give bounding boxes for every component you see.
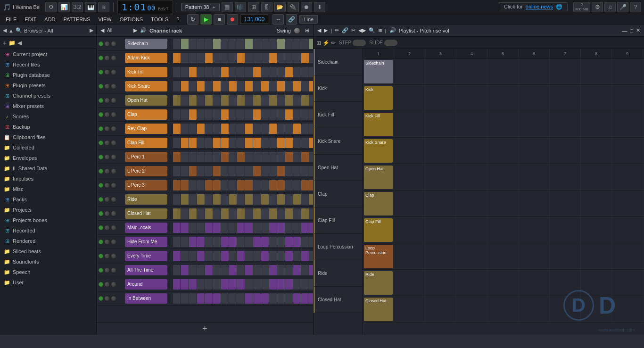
pad-8-1[interactable]	[181, 152, 189, 162]
pad-11-3[interactable]	[197, 194, 205, 205]
pad-5-11[interactable]	[261, 109, 269, 120]
pl-cell-6-3[interactable]	[456, 217, 487, 243]
menu-help[interactable]: ?	[173, 16, 183, 23]
pl-cell-0-7[interactable]	[581, 58, 612, 84]
pad-9-9[interactable]	[245, 166, 253, 176]
pad-18-3[interactable]	[197, 293, 205, 304]
pad-8-0[interactable]	[173, 152, 181, 162]
pl-cell-7-7[interactable]	[581, 243, 612, 269]
playlist-tool3[interactable]: ✂	[351, 27, 355, 33]
channel-vol-knob-11[interactable]	[104, 197, 110, 202]
playlist-tool1[interactable]: ✏	[335, 27, 339, 33]
channel-vol-knob-8[interactable]	[104, 154, 110, 160]
channel-vol-knob-17[interactable]	[104, 282, 110, 287]
pad-10-12[interactable]	[269, 180, 277, 191]
pad-6-17[interactable]	[309, 124, 313, 134]
channel-name-btn-4[interactable]: Open Hat	[125, 95, 167, 106]
pad-3-14[interactable]	[285, 81, 293, 91]
channel-active-5[interactable]	[99, 112, 103, 117]
pl-cell-4-6[interactable]	[550, 164, 581, 190]
pl-block-7[interactable]: Loop Percussion	[364, 245, 393, 268]
pad-14-9[interactable]	[245, 237, 253, 247]
pad-2-1[interactable]	[181, 67, 189, 77]
pad-13-6[interactable]	[221, 223, 229, 233]
channel-pan-knob-11[interactable]	[111, 197, 116, 202]
pad-4-14[interactable]	[285, 95, 293, 106]
pad-17-13[interactable]	[277, 279, 285, 290]
pl-cell-0-5[interactable]	[519, 58, 550, 84]
pad-4-13[interactable]	[277, 95, 285, 106]
pad-17-8[interactable]	[237, 279, 245, 290]
pad-12-2[interactable]	[189, 208, 197, 219]
channel-active-17[interactable]	[99, 282, 103, 287]
swing-knob[interactable]	[294, 27, 300, 34]
channel-vol-knob-7[interactable]	[104, 140, 110, 146]
channel-active-0[interactable]	[99, 41, 103, 46]
pad-0-17[interactable]	[309, 39, 313, 49]
loop-btn[interactable]: ↻	[187, 14, 198, 25]
pad-0-8[interactable]	[237, 39, 245, 49]
channel-pan-knob-12[interactable]	[111, 211, 116, 216]
pad-3-12[interactable]	[269, 81, 277, 91]
channel-rack-icon[interactable]: ⊞	[248, 2, 259, 12]
pl-cell-3-4[interactable]	[487, 138, 519, 164]
pad-17-3[interactable]	[197, 279, 205, 290]
pad-10-1[interactable]	[181, 180, 189, 191]
pad-13-14[interactable]	[285, 223, 293, 233]
pad-8-8[interactable]	[237, 152, 245, 162]
pad-5-15[interactable]	[293, 109, 301, 120]
pad-3-4[interactable]	[205, 81, 213, 91]
pl-cell-4-2[interactable]	[425, 164, 456, 190]
pad-11-10[interactable]	[253, 194, 261, 205]
pad-9-1[interactable]	[181, 166, 189, 176]
pad-3-7[interactable]	[229, 81, 237, 91]
pl-track-label-6[interactable]: Clap Fill	[314, 207, 363, 234]
pad-10-14[interactable]	[285, 180, 293, 191]
cpu-icon[interactable]: 📊	[58, 2, 70, 12]
pad-5-8[interactable]	[237, 109, 245, 120]
pl-cell-2-3[interactable]	[456, 111, 487, 137]
channel-active-13[interactable]	[99, 225, 103, 230]
playlist-tool5[interactable]: 🔍	[369, 27, 375, 33]
pl-cell-4-8[interactable]	[612, 164, 643, 190]
pad-12-14[interactable]	[285, 208, 293, 219]
pl-cell-7-8[interactable]	[612, 243, 643, 269]
pad-12-16[interactable]	[301, 208, 309, 219]
pad-16-13[interactable]	[277, 265, 285, 275]
pad-3-16[interactable]	[301, 81, 309, 91]
pad-12-12[interactable]	[269, 208, 277, 219]
pad-0-6[interactable]	[221, 39, 229, 49]
pad-1-7[interactable]	[229, 53, 237, 63]
channel-rack-nav-prev[interactable]: ◀	[100, 27, 104, 33]
pad-15-14[interactable]	[285, 251, 293, 261]
sidebar-nav-next[interactable]: ▶	[90, 27, 93, 33]
pad-10-5[interactable]	[213, 180, 221, 191]
pad-6-9[interactable]	[245, 124, 253, 134]
options-icon[interactable]: ⚙	[45, 2, 57, 12]
pl-cell-3-2[interactable]	[425, 138, 456, 164]
channel-vol-knob-10[interactable]	[104, 182, 110, 188]
pad-12-5[interactable]	[213, 208, 221, 219]
pad-2-0[interactable]	[173, 67, 181, 77]
channel-active-1[interactable]	[99, 56, 103, 60]
channel-vol-knob-3[interactable]	[104, 83, 110, 89]
channel-name-btn-16[interactable]: All The Time	[125, 265, 167, 275]
channel-active-12[interactable]	[99, 211, 103, 216]
pl-cell-5-3[interactable]	[456, 191, 487, 216]
pad-2-4[interactable]	[205, 67, 213, 77]
pad-15-10[interactable]	[253, 251, 261, 261]
sidebar-item-user[interactable]: 📁 User	[0, 277, 96, 288]
pad-17-2[interactable]	[189, 279, 197, 290]
pad-13-15[interactable]	[293, 223, 301, 233]
pad-17-0[interactable]	[173, 279, 181, 290]
pl-cell-3-1[interactable]	[394, 138, 425, 164]
pad-0-12[interactable]	[269, 39, 277, 49]
pl-cell-8-7[interactable]	[581, 270, 612, 296]
pad-9-14[interactable]	[285, 166, 293, 176]
channel-pan-knob-8[interactable]	[111, 154, 116, 160]
stop-btn[interactable]: ■	[214, 14, 225, 25]
pad-11-7[interactable]	[229, 194, 237, 205]
channel-vol-knob-6[interactable]	[104, 126, 110, 132]
channel-pan-knob-0[interactable]	[111, 41, 116, 47]
pl-track-label-4[interactable]: Open Hat	[314, 155, 363, 181]
